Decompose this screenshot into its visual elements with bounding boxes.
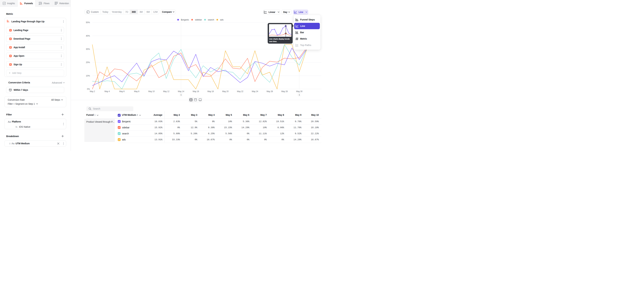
svg-text:May 26: May 26 [266, 90, 273, 92]
svg-text:50%: 50% [86, 21, 90, 24]
svg-text:10%: 10% [86, 75, 90, 77]
svg-text:May 18: May 18 [208, 90, 214, 92]
svg-text:May 16: May 16 [193, 90, 199, 92]
svg-text:1: 1 [299, 94, 300, 96]
svg-text:20%: 20% [86, 61, 90, 64]
svg-text:May 2: May 2 [90, 90, 95, 92]
svg-text:May 20: May 20 [222, 90, 228, 92]
svg-text:May 10: May 10 [148, 90, 155, 92]
svg-text:May 22: May 22 [237, 90, 243, 92]
svg-text:May 6: May 6 [119, 90, 124, 92]
svg-text:1: 1 [180, 94, 182, 96]
svg-text:May 24: May 24 [252, 90, 258, 92]
svg-text:May 12: May 12 [163, 90, 170, 92]
svg-text:May 14: May 14 [178, 90, 184, 92]
svg-text:May 4: May 4 [104, 90, 110, 92]
svg-text:40%: 40% [86, 35, 90, 37]
svg-text:May 30: May 30 [296, 90, 302, 92]
svg-text:May 28: May 28 [282, 90, 288, 92]
svg-text:May 8: May 8 [134, 90, 139, 92]
svg-text:0%: 0% [87, 88, 90, 90]
svg-text:30%: 30% [86, 48, 90, 50]
